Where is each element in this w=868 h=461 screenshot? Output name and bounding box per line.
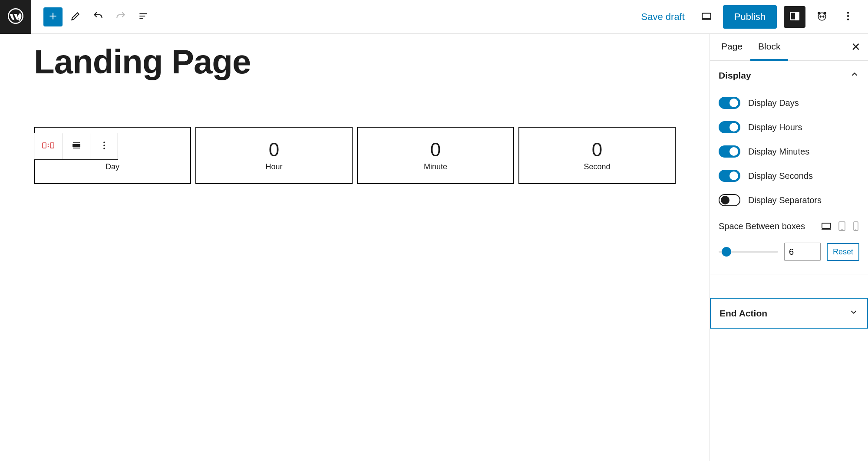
switch-display-separators[interactable] bbox=[719, 194, 740, 206]
desktop-icon bbox=[821, 222, 832, 230]
editor-topbar: Save draft Publish bbox=[0, 0, 868, 34]
responsive-device-switch bbox=[821, 221, 859, 231]
svg-point-15 bbox=[48, 146, 49, 148]
settings-sidebar: Page Block ✕ Display Display Days bbox=[710, 34, 868, 461]
countdown-label: Hour bbox=[265, 162, 282, 171]
plus-icon bbox=[47, 10, 59, 23]
edit-mode-button[interactable] bbox=[66, 7, 85, 26]
svg-point-11 bbox=[847, 18, 849, 20]
settings-sidebar-toggle[interactable] bbox=[784, 6, 805, 28]
switch-display-seconds[interactable] bbox=[719, 170, 740, 182]
svg-point-19 bbox=[103, 148, 105, 149]
sidebar-panel-icon bbox=[789, 10, 800, 23]
chevron-up-icon bbox=[850, 69, 859, 81]
toggle-label: Display Hours bbox=[748, 122, 802, 132]
svg-point-6 bbox=[823, 12, 826, 15]
end-action-panel-header[interactable]: End Action bbox=[711, 299, 867, 328]
wordpress-home-button[interactable] bbox=[0, 0, 31, 34]
switch-display-days[interactable] bbox=[719, 97, 740, 109]
pencil-icon bbox=[70, 10, 81, 23]
svg-rect-20 bbox=[822, 223, 831, 228]
svg-point-18 bbox=[103, 145, 105, 146]
device-desktop-button[interactable] bbox=[821, 221, 832, 231]
editor-main: Landing Page 0 Day bbox=[0, 34, 868, 461]
add-block-button[interactable] bbox=[43, 7, 63, 26]
space-between-label: Space Between boxes bbox=[719, 221, 805, 231]
countdown-block[interactable]: 0 Day 0 Hour 0 Minute 0 Second bbox=[0, 80, 710, 184]
block-more-button[interactable] bbox=[90, 133, 118, 159]
toggle-label: Display Days bbox=[748, 98, 799, 108]
svg-point-10 bbox=[847, 15, 849, 17]
svg-point-8 bbox=[822, 15, 824, 17]
countdown-label: Minute bbox=[424, 162, 447, 171]
space-between-slider[interactable] bbox=[719, 251, 778, 253]
switch-display-minutes[interactable] bbox=[719, 145, 740, 158]
display-panel-header[interactable]: Display bbox=[710, 61, 868, 90]
svg-rect-3 bbox=[795, 12, 799, 20]
device-mobile-button[interactable] bbox=[852, 221, 859, 231]
countdown-value: 0 bbox=[269, 139, 279, 161]
space-between-row: Space Between boxes bbox=[719, 212, 859, 231]
close-icon: ✕ bbox=[851, 40, 861, 54]
space-reset-button[interactable]: Reset bbox=[827, 243, 859, 261]
panel-title: Display bbox=[719, 70, 751, 81]
undo-button[interactable] bbox=[89, 7, 108, 26]
countdown-box-hour: 0 Hour bbox=[195, 127, 353, 184]
block-toolbar bbox=[34, 133, 118, 160]
tab-block[interactable]: Block bbox=[750, 34, 788, 61]
toggle-display-hours: Display Hours bbox=[719, 115, 859, 139]
countdown-box-minute: 0 Minute bbox=[357, 127, 514, 184]
countdown-value: 0 bbox=[430, 139, 441, 161]
svg-point-5 bbox=[818, 12, 821, 15]
svg-point-14 bbox=[48, 144, 49, 145]
toggle-label: Display Minutes bbox=[748, 147, 809, 157]
display-panel-body: Display Days Display Hours Display Minut… bbox=[710, 90, 868, 274]
tab-page[interactable]: Page bbox=[713, 34, 750, 61]
redo-icon bbox=[115, 10, 126, 23]
space-between-input[interactable] bbox=[784, 243, 821, 261]
display-panel: Display Display Days Display Hours Displ… bbox=[710, 61, 868, 274]
document-overview-button[interactable] bbox=[134, 7, 153, 26]
svg-rect-1 bbox=[702, 13, 711, 19]
redo-button[interactable] bbox=[111, 7, 130, 26]
svg-point-7 bbox=[820, 15, 822, 17]
toggle-display-days: Display Days bbox=[719, 91, 859, 115]
panel-title: End Action bbox=[719, 308, 767, 319]
block-align-button[interactable] bbox=[62, 133, 90, 159]
plugin-icon-button[interactable] bbox=[812, 7, 832, 26]
more-vertical-icon bbox=[99, 140, 109, 152]
tablet-icon bbox=[838, 221, 846, 231]
topbar-right-group: Save draft Publish bbox=[636, 5, 868, 29]
list-outline-icon bbox=[138, 10, 149, 23]
block-type-button[interactable] bbox=[34, 133, 62, 159]
publish-button[interactable]: Publish bbox=[723, 5, 777, 29]
chevron-down-icon bbox=[849, 307, 858, 319]
sidebar-close-button[interactable]: ✕ bbox=[847, 39, 865, 56]
align-icon bbox=[71, 140, 82, 152]
countdown-label: Second bbox=[584, 162, 610, 171]
wordpress-logo-icon bbox=[7, 7, 24, 26]
svg-point-9 bbox=[847, 12, 849, 13]
more-vertical-icon bbox=[842, 10, 854, 23]
space-slider-row: Reset bbox=[719, 231, 859, 261]
countdown-value: 0 bbox=[592, 139, 602, 161]
end-action-panel: End Action bbox=[710, 298, 868, 329]
save-draft-button[interactable]: Save draft bbox=[636, 8, 690, 26]
device-tablet-button[interactable] bbox=[838, 221, 846, 231]
mobile-icon bbox=[852, 221, 859, 231]
undo-icon bbox=[92, 10, 104, 23]
panda-icon bbox=[816, 10, 828, 23]
toggle-display-separators: Display Separators bbox=[719, 188, 859, 212]
countdown-label: Day bbox=[106, 162, 119, 171]
topbar-left-group bbox=[31, 7, 153, 26]
more-options-button[interactable] bbox=[838, 7, 858, 26]
preview-button[interactable] bbox=[697, 7, 716, 26]
editor-canvas[interactable]: Landing Page 0 Day bbox=[0, 34, 710, 461]
svg-point-17 bbox=[103, 142, 105, 143]
toggle-label: Display Separators bbox=[748, 195, 822, 205]
page-title[interactable]: Landing Page bbox=[0, 44, 710, 80]
toggle-label: Display Seconds bbox=[748, 171, 813, 181]
svg-rect-12 bbox=[43, 143, 46, 148]
switch-display-hours[interactable] bbox=[719, 121, 740, 133]
svg-rect-13 bbox=[50, 143, 54, 148]
